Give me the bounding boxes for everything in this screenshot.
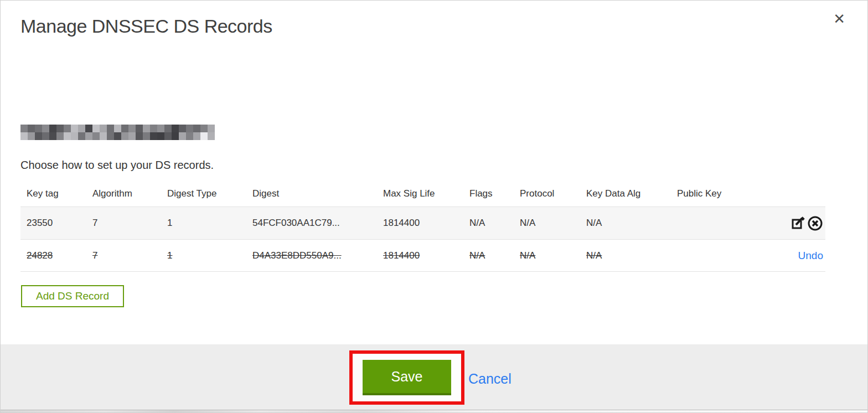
edit-icon[interactable] xyxy=(791,216,806,231)
table-cell-key-tag: 24828 xyxy=(20,250,86,261)
domain-name-redacted xyxy=(20,125,215,140)
dnssec-modal: Manage DNSSEC DS Records ✕ Choose how to… xyxy=(0,0,868,413)
column-header: Digest Type xyxy=(161,188,246,199)
cancel-link[interactable]: Cancel xyxy=(468,371,512,387)
column-header: Key Data Alg xyxy=(580,188,671,199)
table-cell-protocol: N/A xyxy=(514,218,580,229)
table-cell-max-sig-life: 1814400 xyxy=(377,218,463,229)
table-cell-digest: 54FCF030AA1C79... xyxy=(246,218,377,229)
table-cell-key-data-alg: N/A xyxy=(580,218,671,229)
table-cell-digest-type: 1 xyxy=(161,250,246,261)
column-header: Max Sig Life xyxy=(377,188,463,199)
table-cell-protocol: N/A xyxy=(514,250,580,261)
save-button[interactable]: Save xyxy=(363,360,451,395)
table-cell-actions: Undo xyxy=(743,250,825,262)
column-header: Algorithm xyxy=(86,188,161,199)
undo-link[interactable]: Undo xyxy=(798,250,823,262)
page-title: Manage DNSSEC DS Records xyxy=(20,16,272,37)
table-cell-actions xyxy=(743,215,825,231)
column-header: Digest xyxy=(246,188,377,199)
table-cell-digest-type: 1 xyxy=(161,218,246,229)
table-body: 235507154FCF030AA1C79...1814400N/AN/AN/A… xyxy=(20,206,825,272)
table-cell-algorithm: 7 xyxy=(86,218,161,229)
table-cell-key-tag: 23550 xyxy=(20,218,86,229)
table-cell-digest: D4A33E8DD550A9... xyxy=(246,250,377,261)
subtitle-text: Choose how to set up your DS records. xyxy=(20,159,214,172)
table-row: 2482871D4A33E8DD550A9...1814400N/AN/AN/A… xyxy=(20,239,825,272)
table-cell-flags: N/A xyxy=(463,218,514,229)
ds-records-table: Key tagAlgorithmDigest TypeDigestMax Sig… xyxy=(20,181,825,272)
close-icon[interactable]: ✕ xyxy=(833,12,845,26)
annotation-highlight-box: Save xyxy=(349,350,464,405)
table-cell-max-sig-life: 1814400 xyxy=(377,250,463,261)
column-header: Protocol xyxy=(514,188,580,199)
column-header: Public Key xyxy=(671,188,743,199)
delete-icon[interactable] xyxy=(807,215,823,231)
table-cell-flags: N/A xyxy=(463,250,514,261)
column-header: Key tag xyxy=(20,188,86,199)
table-header-row: Key tagAlgorithmDigest TypeDigestMax Sig… xyxy=(20,181,825,206)
column-header: Flags xyxy=(463,188,514,199)
add-ds-record-button[interactable]: Add DS Record xyxy=(21,285,124,307)
table-cell-algorithm: 7 xyxy=(86,250,161,261)
background-page-sliver xyxy=(1,410,867,412)
table-row: 235507154FCF030AA1C79...1814400N/AN/AN/A xyxy=(20,206,825,239)
table-cell-key-data-alg: N/A xyxy=(580,250,671,261)
modal-footer: Save Cancel xyxy=(1,344,867,411)
